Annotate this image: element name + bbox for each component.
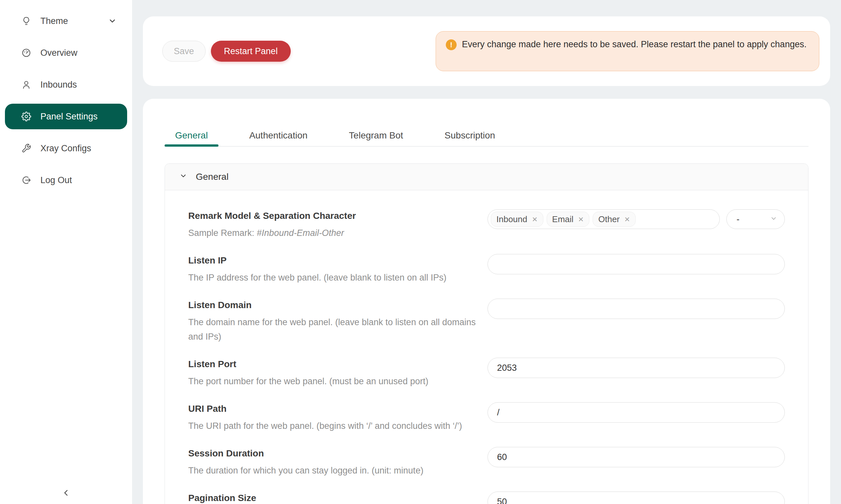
field-description: The URI path for the web panel. (begins … (188, 419, 487, 433)
general-collapse-panel: General Remark Model & Separation Charac… (165, 163, 808, 504)
lightbulb-icon (21, 16, 31, 26)
action-buttons: Save Restart Panel (162, 41, 291, 62)
tag-other: Other ✕ (593, 212, 636, 227)
field-label: URI Path (188, 402, 487, 415)
sidebar-item-label: Overview (40, 48, 78, 58)
tag-email: Email ✕ (547, 212, 590, 227)
sidebar-collapse-button[interactable] (0, 488, 132, 499)
sidebar-item-label: Inbounds (40, 80, 77, 90)
field-label: Listen IP (188, 254, 487, 267)
field-description: The IP address for the web panel. (leave… (188, 270, 487, 285)
tab-general[interactable]: General (165, 130, 219, 146)
field-label: Pagination Size (188, 491, 487, 504)
chevron-down-icon (770, 214, 777, 224)
sidebar-item-log-out[interactable]: Log Out (5, 167, 127, 193)
sidebar-item-overview[interactable]: Overview (5, 40, 127, 66)
settings-card: General Authentication Telegram Bot Subs… (143, 99, 830, 504)
general-form: Remark Model & Separation Character Samp… (165, 190, 808, 504)
listen-domain-input[interactable] (487, 299, 785, 319)
tag-label: Other (598, 214, 620, 224)
tab-authentication[interactable]: Authentication (239, 130, 318, 146)
field-label: Remark Model & Separation Character (188, 209, 487, 222)
alert-text: Every change made here needs to be saved… (462, 37, 807, 52)
listen-ip-input[interactable] (487, 254, 785, 274)
pagination-size-input[interactable] (487, 491, 785, 504)
restart-panel-button[interactable]: Restart Panel (211, 41, 291, 62)
general-collapse-header[interactable]: General (165, 164, 808, 190)
save-button[interactable]: Save (162, 41, 206, 62)
field-label: Listen Domain (188, 299, 487, 312)
sidebar: Theme Overview Inbounds Panel Settings X… (0, 0, 132, 504)
sidebar-item-panel-settings[interactable]: Panel Settings (5, 104, 127, 129)
field-label: Listen Port (188, 358, 487, 371)
gear-icon (21, 111, 31, 121)
listen-port-input[interactable] (487, 358, 785, 378)
field-description: The domain name for the web panel. (leav… (188, 315, 487, 344)
sidebar-item-label: Theme (40, 16, 68, 26)
wrench-icon (21, 143, 31, 153)
remark-model-tags-input[interactable]: Inbound ✕ Email ✕ Other ✕ (487, 209, 720, 229)
session-duration-input[interactable] (487, 447, 785, 467)
warning-icon: ! (446, 39, 457, 50)
restart-warning-alert: ! Every change made here needs to be sav… (435, 31, 819, 71)
sample-remark-prefix: Sample Remark: (188, 228, 257, 238)
sidebar-item-label: Xray Configs (40, 143, 91, 154)
chevron-down-icon[interactable] (108, 17, 117, 25)
separator-select[interactable]: - (726, 209, 785, 229)
main-content: Save Restart Panel ! Every change made h… (132, 0, 841, 504)
tag-label: Inbound (496, 214, 527, 224)
form-row-pagination-size: Pagination Size (188, 491, 785, 504)
tab-telegram-bot[interactable]: Telegram Bot (338, 130, 414, 146)
field-description: The port number for the web panel. (must… (188, 374, 487, 389)
form-row-listen-port: Listen Port The port number for the web … (188, 358, 785, 389)
settings-tabs: General Authentication Telegram Bot Subs… (165, 99, 808, 147)
chevron-left-icon (61, 488, 71, 499)
dashboard-icon (21, 48, 31, 58)
form-row-session-duration: Session Duration The duration for which … (188, 447, 785, 478)
sidebar-item-theme[interactable]: Theme (5, 8, 127, 34)
uri-path-input[interactable] (487, 402, 785, 422)
remove-tag-icon[interactable]: ✕ (532, 216, 538, 223)
field-label: Session Duration (188, 447, 487, 460)
sidebar-item-inbounds[interactable]: Inbounds (5, 72, 127, 97)
sample-remark-value: #Inbound-Email-Other (257, 228, 344, 238)
sidebar-item-label: Log Out (40, 175, 72, 185)
user-icon (21, 80, 31, 90)
form-row-remark-model: Remark Model & Separation Character Samp… (188, 209, 785, 240)
separator-value: - (737, 214, 739, 224)
field-description: Sample Remark: #Inbound-Email-Other (188, 226, 487, 240)
tag-inbound: Inbound ✕ (491, 212, 543, 227)
section-title: General (196, 172, 229, 182)
tab-subscription[interactable]: Subscription (434, 130, 505, 146)
form-row-listen-domain: Listen Domain The domain name for the we… (188, 299, 785, 344)
sidebar-item-xray-configs[interactable]: Xray Configs (5, 136, 127, 161)
tag-label: Email (552, 214, 573, 224)
remove-tag-icon[interactable]: ✕ (624, 216, 630, 223)
sidebar-item-label: Panel Settings (40, 111, 98, 122)
logout-icon (21, 175, 31, 185)
field-description: The duration for which you can stay logg… (188, 463, 487, 478)
form-row-listen-ip: Listen IP The IP address for the web pan… (188, 254, 785, 285)
actions-card: Save Restart Panel ! Every change made h… (143, 16, 830, 86)
remove-tag-icon[interactable]: ✕ (578, 216, 584, 223)
chevron-down-icon (179, 172, 187, 182)
form-row-uri-path: URI Path The URI path for the web panel.… (188, 402, 785, 433)
